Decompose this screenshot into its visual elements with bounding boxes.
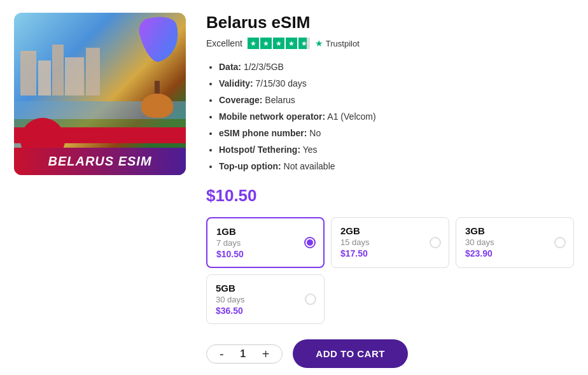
star-3: ★: [273, 38, 284, 49]
star-5: ★: [298, 38, 310, 49]
product-details: Belarus eSIM Excellent ★ ★ ★ ★ ★ ★ Trust…: [206, 13, 574, 375]
option-5gb-radio: [305, 294, 316, 305]
image-label: BELARUS ESIM: [14, 148, 186, 175]
tree-group: [141, 81, 173, 119]
option-1gb[interactable]: 1GB 7 days $10.50: [206, 217, 325, 268]
option-2gb-label: 2GB: [340, 225, 440, 236]
trustpilot-logo: ★ Trustpilot: [315, 38, 360, 48]
specs-list: Data: 1/2/3/5GB Validity: 7/15/30 days C…: [206, 60, 574, 173]
building-5: [86, 48, 100, 96]
price-display: $10.50: [206, 186, 574, 206]
option-5gb-label: 5GB: [216, 283, 315, 294]
trustpilot-row: Excellent ★ ★ ★ ★ ★ ★ Trustpilot: [206, 38, 574, 49]
option-3gb-price: $23.90: [465, 248, 564, 258]
option-3gb-days: 30 days: [465, 237, 564, 247]
option-2gb-price: $17.50: [340, 248, 440, 258]
option-1gb-label: 1GB: [216, 226, 314, 237]
option-5gb[interactable]: 5GB 30 days $36.50: [206, 274, 325, 324]
option-1gb-days: 7 days: [216, 238, 314, 248]
options-grid-row1: 1GB 7 days $10.50 2GB 15 days $17.50 3GB…: [206, 217, 574, 268]
quantity-increase-button[interactable]: +: [260, 348, 272, 360]
option-1gb-radio: [304, 237, 316, 248]
product-image: BELARUS ESIM: [14, 13, 186, 175]
foliage: [141, 94, 173, 118]
scene-buildings-group: [20, 32, 148, 96]
spec-data: Data: 1/2/3/5GB: [219, 60, 574, 74]
star-4: ★: [286, 38, 297, 49]
options-grid-row2: 5GB 30 days $36.50: [206, 274, 574, 324]
spec-operator: Mobile network operator: A1 (Velcom): [219, 110, 574, 124]
building-2: [38, 60, 51, 96]
cart-row: - 1 + ADD TO CART: [206, 339, 574, 368]
spec-esim-number: eSIM phone number: No: [219, 127, 574, 140]
tp-logo-text: Trustpilot: [326, 39, 360, 48]
trustpilot-label: Excellent: [206, 38, 242, 48]
option-2gb-radio: [430, 237, 441, 248]
option-2gb[interactable]: 2GB 15 days $17.50: [331, 217, 449, 268]
option-3gb-label: 3GB: [465, 225, 564, 236]
spec-validity: Validity: 7/15/30 days: [219, 77, 574, 90]
building-1: [20, 51, 36, 96]
option-5gb-days: 30 days: [216, 295, 315, 304]
spec-hotspot: Hotspot/ Tethering: Yes: [219, 143, 574, 157]
spec-coverage: Coverage: Belarus: [219, 94, 574, 107]
tp-star-icon: ★: [315, 38, 323, 48]
product-title: Belarus eSIM: [206, 13, 574, 32]
option-3gb-radio: [554, 237, 566, 248]
building-3: [52, 45, 64, 96]
option-2gb-days: 15 days: [340, 237, 440, 247]
spec-topup: Top-up option: Not available: [219, 160, 574, 173]
product-container: BELARUS ESIM Belarus eSIM Excellent ★ ★ …: [14, 13, 574, 375]
quantity-control: - 1 +: [206, 344, 283, 364]
option-5gb-price: $36.50: [216, 306, 315, 316]
add-to-cart-button[interactable]: ADD TO CART: [293, 339, 408, 368]
quantity-decrease-button[interactable]: -: [217, 348, 227, 360]
star-2: ★: [260, 38, 272, 49]
option-1gb-price: $10.50: [216, 249, 314, 259]
building-4: [65, 57, 84, 96]
option-3gb[interactable]: 3GB 30 days $23.90: [456, 217, 574, 268]
trustpilot-stars: ★ ★ ★ ★ ★: [248, 38, 310, 49]
star-1: ★: [248, 38, 259, 49]
quantity-value: 1: [237, 348, 249, 360]
